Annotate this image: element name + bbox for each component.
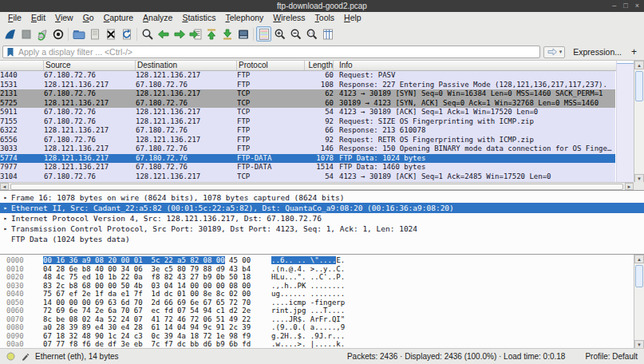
minimize-button[interactable]: – — [612, 0, 616, 12]
apply-filter-button[interactable]: ▾ — [543, 46, 566, 58]
zoom-in-icon[interactable] — [272, 26, 287, 42]
packet-length: 62 — [305, 89, 334, 99]
packet-row[interactable]: 3033128.121.136.21767.180.72.76FTP146Res… — [0, 144, 615, 154]
column-header-protocol[interactable]: Protocol — [237, 61, 305, 70]
menu-view[interactable]: View — [50, 12, 78, 24]
expert-info-icon[interactable] — [6, 352, 15, 361]
bytes-vscrollbar[interactable]: ▲ ▼ — [634, 255, 644, 348]
zoom-out-icon[interactable] — [288, 26, 303, 42]
capture-comment-icon[interactable] — [21, 352, 30, 361]
hex-row[interactable]: 00a007 77 f8 f6 de df 3e eb 7c f7 dc bb … — [0, 340, 644, 348]
column-header-destination[interactable]: Destination — [136, 61, 237, 70]
capture-options-icon[interactable] — [50, 26, 65, 42]
status-profile[interactable]: Profile: Default — [585, 352, 638, 361]
packet-source: 67.180.72.76 — [44, 71, 136, 81]
packet-row[interactable]: 715567.180.72.76128.121.136.217FTP92Requ… — [0, 117, 615, 127]
resize-columns-icon[interactable] — [320, 26, 335, 42]
maximize-button[interactable]: □ — [623, 0, 627, 12]
packet-source: 128.121.136.217 — [44, 126, 136, 136]
packet-info: 4123 → 30189 [SYN] Seq=0 Win=16384 Len=0… — [334, 89, 615, 99]
packet-row[interactable]: 5774128.121.136.21767.180.72.76FTP-DATA1… — [0, 154, 615, 164]
detail-row[interactable]: ▸Ethernet II, Src: Cadant_22:a5:82 (00:0… — [0, 203, 644, 213]
colorize-packets-icon[interactable] — [256, 26, 271, 42]
bookmark-icon[interactable] — [6, 47, 14, 57]
menu-edit[interactable]: Edit — [26, 12, 50, 24]
zoom-reset-icon[interactable]: 1:1 — [304, 26, 319, 42]
column-header-length[interactable]: Length — [305, 61, 334, 70]
close-button[interactable]: × — [635, 0, 639, 12]
packet-row[interactable]: 6322128.121.136.21767.180.72.76FTP66Resp… — [0, 126, 615, 136]
go-first-packet-icon[interactable] — [203, 26, 219, 42]
menu-tools[interactable]: Tools — [310, 12, 340, 24]
menu-go[interactable]: Go — [78, 12, 99, 24]
packet-protocol: FTP — [237, 117, 305, 127]
hex-row[interactable]: 002048 4c 75 ed 10 1b 22 0a f8 82 43 27 … — [0, 273, 644, 282]
auto-scroll-icon[interactable] — [235, 26, 251, 42]
scrollbar-thumb[interactable] — [10, 184, 623, 190]
menu-capture[interactable]: Capture — [99, 12, 138, 24]
open-file-icon[interactable] — [71, 26, 86, 42]
restart-capture-icon[interactable] — [34, 26, 49, 42]
menu-telephony[interactable]: Telephony — [220, 12, 268, 24]
hex-row[interactable]: 005014 00 00 00 69 63 6d 70 2d 66 69 6e … — [0, 299, 644, 307]
packet-row[interactable]: 144067.180.72.76128.121.136.217FTP60Requ… — [0, 71, 615, 81]
expand-arrow-icon[interactable]: ▸ — [0, 224, 11, 234]
column-header-source[interactable]: Source — [44, 61, 136, 70]
detail-row[interactable]: ▸Frame 16: 1078 bytes on wire (8624 bits… — [0, 192, 644, 203]
hex-bytes: 07 77 f8 f6 de df 3e eb 7c f7 dc bb d6 b… — [43, 340, 251, 348]
expand-arrow-icon[interactable]: ▸ — [0, 203, 11, 213]
packet-source: 128.121.136.217 — [44, 81, 136, 90]
go-forward-icon[interactable] — [172, 26, 187, 42]
detail-row[interactable]: ▸Transmission Control Protocol, Src Port… — [0, 224, 644, 234]
expression-button[interactable]: Expression... — [568, 47, 626, 57]
expand-arrow-icon[interactable]: ▸ — [0, 213, 11, 224]
packet-info: 30189 → 4123 [SYN, ACK] Seq=0 Ack=1 Win=… — [334, 99, 615, 109]
hex-row[interactable]: 00708c be 08 02 4a 52 24 07 41 72 46 72 … — [0, 315, 644, 324]
menu-statistics[interactable]: Statistics — [177, 12, 220, 24]
packet-row[interactable]: 591167.180.72.76128.121.136.217TCP544123… — [0, 108, 615, 117]
reload-file-icon[interactable] — [119, 26, 134, 42]
detail-row[interactable]: FTP Data (1024 bytes data) — [0, 234, 644, 244]
packet-row[interactable]: 1531128.121.136.21767.180.72.76FTP108Res… — [0, 81, 615, 90]
scroll-left-icon[interactable]: ◄ — [0, 183, 9, 190]
save-file-icon[interactable] — [87, 26, 102, 42]
packet-row[interactable]: 5725128.121.136.21767.180.72.76TCP603018… — [0, 99, 615, 109]
column-header-no[interactable] — [0, 61, 44, 70]
detail-row[interactable]: ▸Internet Protocol Version 4, Src: 128.1… — [0, 213, 644, 224]
packet-row[interactable]: 7977128.121.136.21767.180.72.76FTP-DATA1… — [0, 163, 615, 172]
menu-file[interactable]: File — [3, 12, 26, 24]
stop-capture-icon[interactable] — [18, 26, 34, 42]
packet-row[interactable]: 310467.180.72.76128.121.136.217TCP544123… — [0, 172, 615, 182]
packet-row[interactable]: 213167.180.72.76128.121.136.217TCP624123… — [0, 89, 615, 99]
scroll-up-icon[interactable]: ▲ — [634, 255, 644, 263]
scrollbar-thumb[interactable] — [635, 265, 643, 287]
hex-row[interactable]: 003083 2c b8 68 00 00 50 4b 03 04 14 00 … — [0, 282, 644, 291]
packet-list-vscrollbar[interactable]: ▲ ▼ — [634, 61, 644, 183]
column-header-info[interactable]: Info — [334, 61, 634, 70]
hex-row[interactable]: 009067 18 32 48 90 1c 24 c3 0c 39 4a 18 … — [0, 332, 644, 341]
go-to-packet-icon[interactable] — [188, 26, 203, 42]
menu-help[interactable]: Help — [339, 12, 366, 24]
scroll-down-icon[interactable]: ▼ — [634, 340, 644, 348]
expand-arrow-icon[interactable]: ▸ — [0, 192, 11, 203]
close-file-icon[interactable] — [103, 26, 118, 42]
toolbar-separator — [68, 28, 69, 41]
go-last-packet-icon[interactable] — [219, 26, 235, 42]
packet-row[interactable]: 655667.180.72.76128.121.136.217FTP92Requ… — [0, 136, 615, 145]
hex-row[interactable]: 000000 16 36 a9 08 20 00 01 5c 22 a5 82 … — [0, 256, 644, 265]
hex-row[interactable]: 004075 67 ef 2e 1f da e1 7f 1d dc 01 00 … — [0, 290, 644, 299]
packet-list-hscrollbar[interactable]: ◄ ► — [0, 182, 634, 190]
scrollbar-thumb[interactable] — [635, 71, 643, 101]
scroll-up-icon[interactable]: ▲ — [634, 61, 644, 69]
hex-row[interactable]: 0080a0 28 39 89 e4 30 e4 28 61 14 04 94 … — [0, 323, 644, 332]
scroll-right-icon[interactable]: ► — [625, 183, 634, 190]
hex-row[interactable]: 001004 28 6e b8 40 00 34 06 3e c5 80 79 … — [0, 265, 644, 274]
find-packet-icon[interactable] — [140, 26, 155, 42]
go-back-icon[interactable] — [156, 26, 171, 42]
hex-row[interactable]: 006072 69 6e 74 2e 6a 70 67 ec fd 07 54 … — [0, 307, 644, 315]
start-capture-icon[interactable] — [2, 26, 18, 42]
menu-wireless[interactable]: Wireless — [268, 12, 310, 24]
add-filter-button[interactable]: + — [630, 46, 642, 57]
menu-analyze[interactable]: Analyze — [138, 12, 177, 24]
display-filter-input[interactable]: Apply a display filter ... <Ctrl-/> — [2, 46, 540, 58]
